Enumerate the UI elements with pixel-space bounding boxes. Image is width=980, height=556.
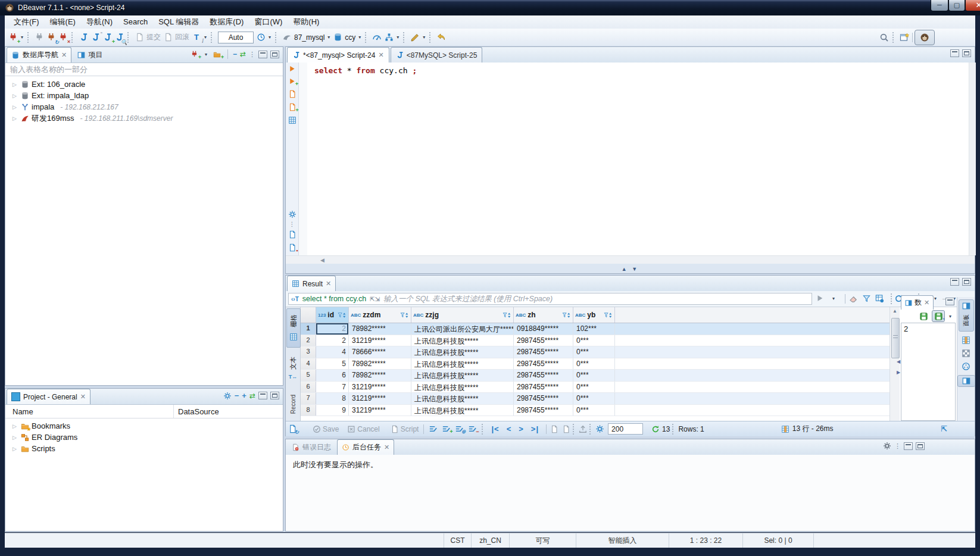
maximize-panel-icon[interactable] xyxy=(962,49,971,57)
cell-zh[interactable]: 2987455***** xyxy=(514,370,573,381)
fetch-next-page-icon[interactable] xyxy=(550,425,558,433)
commit-label[interactable]: 提交 xyxy=(146,32,161,42)
table-row[interactable]: 5 6 78982***** 上讯信息科技股***** 2987455*****… xyxy=(301,370,890,382)
cell-yb[interactable]: 0*** xyxy=(573,370,615,381)
table-row[interactable]: 6 7 31219***** 上讯信息科技股***** 2987455*****… xyxy=(301,382,890,393)
menu-item[interactable]: 导航(N) xyxy=(81,15,118,29)
cell-id[interactable]: 4 xyxy=(316,346,349,358)
cell-zh[interactable]: 2987455***** xyxy=(514,405,573,416)
tree-item-er-diagrams[interactable]: ▷ ER Diagrams xyxy=(5,432,283,443)
cell-zzjg[interactable]: 上讯信息科技股***** xyxy=(411,335,514,346)
explain-plan-icon[interactable] xyxy=(288,116,297,124)
cell-zzdm[interactable]: 31219***** xyxy=(349,335,411,346)
tab-script-24[interactable]: *<87_mysql> Script-24 ✕ xyxy=(287,47,389,63)
tree-item-oracle[interactable]: ▷ Ext: 106_oracle xyxy=(5,79,283,90)
tree-item-scripts[interactable]: ▷ Scripts xyxy=(5,443,283,454)
table-row[interactable]: 1 2 78982***** 上讯公司派出所公安局大厅***** 0918849… xyxy=(301,323,890,335)
column-header-name[interactable]: Name xyxy=(5,407,33,416)
tab-script-25[interactable]: <87MySQL> Script-25 xyxy=(391,47,483,63)
table-row[interactable]: 4 5 78982***** 上讯信息科技股***** 2987455*****… xyxy=(301,358,890,370)
table-row[interactable]: 2 2 31219***** 上讯信息科技股***** 2987455*****… xyxy=(301,335,890,347)
row-number-cell[interactable]: 2 xyxy=(301,335,316,346)
expander-icon[interactable]: ▷ xyxy=(13,435,18,441)
table-row[interactable]: 3 4 78666***** 上讯信息科技股***** 2987455*****… xyxy=(301,346,890,358)
add-row-icon[interactable]: + xyxy=(442,424,451,433)
metadata-panel-icon[interactable] xyxy=(962,349,970,358)
close-tab-icon[interactable]: ✕ xyxy=(378,52,383,58)
execute-statement-icon[interactable] xyxy=(288,65,296,73)
cell-id[interactable]: 9 xyxy=(316,405,349,416)
back-history-icon[interactable] xyxy=(435,32,447,43)
menu-item[interactable]: Search xyxy=(118,15,153,29)
result-settings-gear-icon[interactable] xyxy=(595,424,604,433)
first-row-icon[interactable]: |< xyxy=(491,424,499,433)
cell-id[interactable]: 8 xyxy=(316,393,349,404)
close-tab-icon[interactable]: ✕ xyxy=(61,52,67,58)
cell-zh[interactable]: 2987455***** xyxy=(514,346,573,358)
recent-sql-icon[interactable]: 🔍 xyxy=(113,32,125,43)
close-tab-icon[interactable]: ✕ xyxy=(384,444,389,451)
value-save-dropdown[interactable]: ▾ xyxy=(947,314,953,319)
menu-item[interactable]: 编辑(E) xyxy=(45,15,81,29)
cell-zzdm[interactable]: 78982***** xyxy=(349,323,411,335)
open-output-icon[interactable] xyxy=(288,230,297,239)
expander-icon[interactable]: ▷ xyxy=(13,82,18,88)
output-log-icon[interactable]: ▪ xyxy=(288,243,297,252)
cell-zzdm[interactable]: 31219***** xyxy=(349,393,411,404)
calc-panel-icon[interactable] xyxy=(962,336,970,345)
cell-zzjg[interactable]: 上讯信息科技股***** xyxy=(411,370,514,381)
maximize-window-button[interactable]: ▢ xyxy=(948,0,965,11)
menu-item[interactable]: 文件(F) xyxy=(8,15,45,29)
clear-filter-eraser-icon[interactable] xyxy=(849,294,858,303)
fetch-size-input[interactable]: 200 xyxy=(608,423,643,435)
network-profile-icon[interactable] xyxy=(383,32,395,43)
sash-collapse-left-icon[interactable]: ◀ xyxy=(897,359,900,364)
new-connection-small-icon[interactable]: + xyxy=(189,49,200,59)
export-result-icon[interactable]: ⇱ xyxy=(941,424,947,433)
link-with-editor-icon[interactable]: ⇄ xyxy=(249,392,255,400)
cell-yb[interactable]: 0*** xyxy=(573,335,615,346)
cell-zzjg[interactable]: 上讯信息科技股***** xyxy=(411,393,514,404)
cell-yb[interactable]: 102*** xyxy=(573,323,615,335)
new-connection-small-dropdown[interactable]: ▾ xyxy=(203,52,209,57)
auto-refresh-icon[interactable] xyxy=(651,425,660,433)
cell-id[interactable]: 2 xyxy=(316,335,349,346)
scroll-left-arrow-icon[interactable]: ◀ xyxy=(320,257,324,263)
cell-zzdm[interactable]: 31219***** xyxy=(349,405,411,416)
last-row-icon[interactable]: >| xyxy=(531,424,539,433)
more-actions-icon[interactable]: ⋮ xyxy=(289,223,295,226)
grid-settings-icon[interactable] xyxy=(875,294,884,303)
cell-zh[interactable]: 0918849***** xyxy=(514,323,573,335)
presentation-grid-tab[interactable]: 栅格 xyxy=(286,308,301,348)
cell-zzjg[interactable]: 上讯信息科技股***** xyxy=(411,358,514,370)
cancel-icon[interactable] xyxy=(347,425,355,433)
connect-icon[interactable] xyxy=(33,32,45,43)
transaction-history-icon[interactable] xyxy=(255,32,267,43)
cell-zh[interactable]: 2987455***** xyxy=(514,382,573,393)
column-header[interactable]: ABC zzdm xyxy=(349,307,411,323)
menu-item[interactable]: 帮助(H) xyxy=(288,15,324,29)
rollback-label[interactable]: 回滚 xyxy=(175,32,189,42)
cell-id[interactable]: 5 xyxy=(316,358,349,370)
tab-project-general[interactable]: Project - General ✕ xyxy=(7,389,90,404)
cell-zzdm[interactable]: 78982***** xyxy=(349,370,411,381)
commit-icon[interactable] xyxy=(133,32,145,43)
editor-results-sash[interactable]: ▲ ▼ xyxy=(286,264,975,273)
compare-pen-dropdown[interactable]: ▾ xyxy=(421,35,427,40)
open-sql-script-icon[interactable]: ▫ xyxy=(89,32,101,43)
transaction-history-dropdown[interactable]: ▾ xyxy=(267,35,273,40)
tab-value-viewer[interactable]: 数 ✕ xyxy=(901,295,934,310)
save-value-icon[interactable] xyxy=(917,311,929,321)
link-with-editor-icon[interactable]: ⇄ xyxy=(240,50,246,58)
minimize-panel-icon[interactable] xyxy=(258,392,267,399)
row-number-cell[interactable]: 7 xyxy=(301,393,316,404)
expander-icon[interactable]: ▷ xyxy=(13,93,18,99)
view-menu-icon[interactable]: ⋮ xyxy=(249,51,255,58)
cell-yb[interactable]: 0*** xyxy=(573,346,615,358)
tab-projects[interactable]: 项目 xyxy=(73,47,107,63)
minimize-panel-icon[interactable] xyxy=(945,298,954,305)
view-menu-icon[interactable]: ⋮ xyxy=(894,442,901,450)
expander-icon[interactable]: ▷ xyxy=(13,115,18,121)
expander-icon[interactable]: ▷ xyxy=(13,446,18,452)
search-icon[interactable] xyxy=(878,32,890,43)
